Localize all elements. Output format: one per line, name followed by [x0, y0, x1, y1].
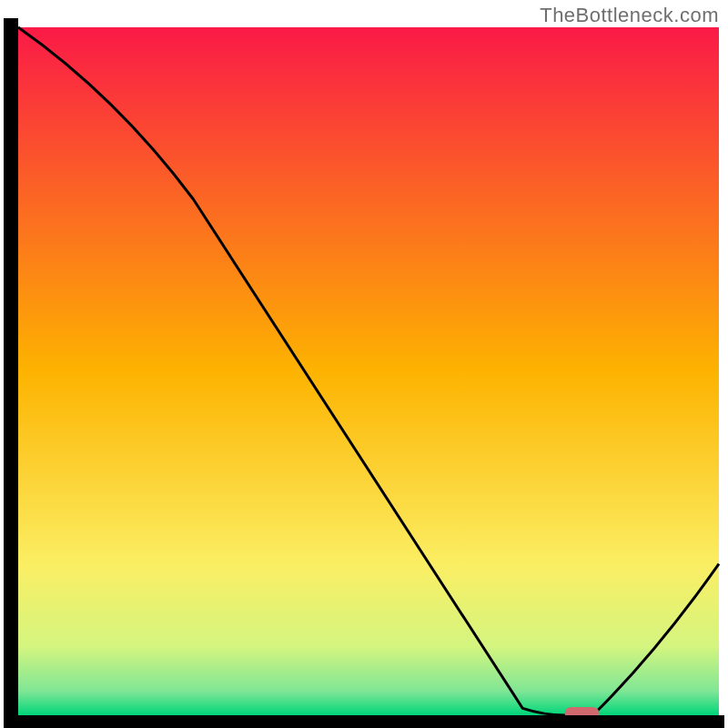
chart-svg: [0, 0, 728, 728]
y-axis: [4, 18, 18, 724]
plot-area: [18, 27, 719, 715]
gradient-background: [18, 27, 719, 715]
watermark-text: TheBottleneck.com: [540, 4, 719, 27]
x-axis: [4, 715, 724, 728]
chart-container: TheBottleneck.com: [0, 0, 728, 728]
